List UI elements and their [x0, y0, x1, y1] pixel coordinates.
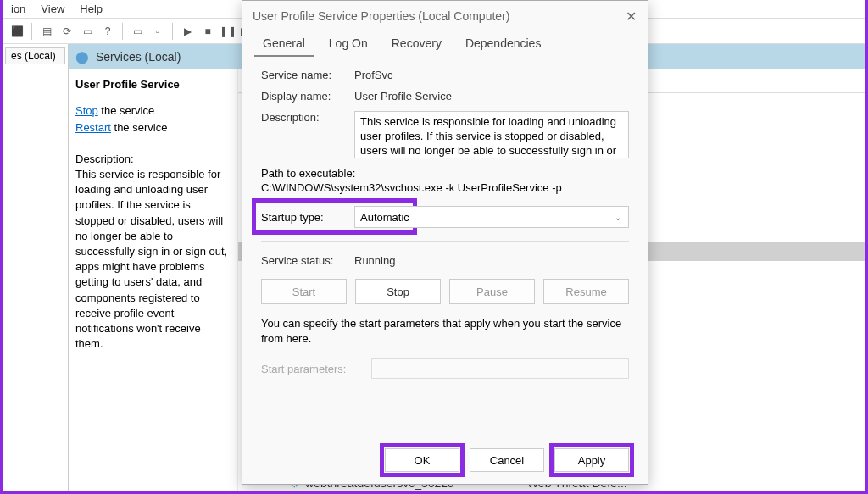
start-button: Start — [261, 279, 347, 304]
page-icon[interactable]: ▭ — [78, 22, 97, 41]
cancel-button[interactable]: Cancel — [470, 448, 544, 472]
tab-recovery[interactable]: Recovery — [383, 31, 450, 57]
left-panel: es (Local) — [3, 44, 69, 491]
menu-item-action[interactable]: ion — [11, 3, 25, 15]
menu-item-help[interactable]: Help — [80, 3, 103, 15]
dialog-tabs: General Log On Recovery Dependencies — [242, 31, 648, 57]
ok-button[interactable]: OK — [385, 448, 459, 472]
description-text: This service is responsible for loading … — [75, 167, 231, 352]
gear-icon: ⬤ — [75, 50, 89, 64]
status-value: Running — [354, 254, 629, 267]
tab-dependencies[interactable]: Dependencies — [457, 31, 550, 57]
service-name-value: ProfSvc — [354, 69, 629, 81]
start-params-input — [371, 358, 629, 379]
pause-icon[interactable]: ❚❚ — [219, 22, 237, 41]
chevron-down-icon: ⌄ — [615, 213, 621, 222]
selected-service-name: User Profile Service — [75, 78, 231, 91]
path-value: C:\WINDOWS\system32\svchost.exe -k UserP… — [261, 181, 629, 194]
win-icon[interactable]: ▫ — [148, 22, 167, 41]
back-icon[interactable]: ⬛ — [8, 22, 26, 41]
stop-icon[interactable]: ■ — [198, 22, 217, 41]
help-icon[interactable]: ? — [98, 22, 117, 41]
left-panel-tab[interactable]: es (Local) — [5, 47, 65, 64]
path-label: Path to executable: — [261, 167, 629, 180]
export-icon[interactable]: ▤ — [37, 22, 56, 41]
tab-logon[interactable]: Log On — [320, 31, 376, 57]
startup-type-select[interactable]: Automatic ⌄ — [354, 206, 629, 228]
service-detail-panel: User Profile Service Stop the service Re… — [69, 69, 238, 491]
dialog-title: User Profile Service Properties (Local C… — [242, 1, 648, 31]
stop-button[interactable]: Stop — [355, 279, 441, 304]
display-name-label: Display name: — [261, 90, 354, 103]
startup-label: Startup type: — [261, 211, 354, 224]
service-name-label: Service name: — [261, 69, 354, 81]
properties-dialog: User Profile Service Properties (Local C… — [242, 0, 648, 485]
stop-link[interactable]: Stop — [75, 104, 98, 117]
display-name-value: User Profile Service — [354, 90, 629, 103]
resume-button: Resume — [543, 279, 629, 304]
refresh-icon[interactable]: ⟳ — [58, 22, 76, 41]
description-label: Description: — [261, 111, 354, 124]
apply-button[interactable]: Apply — [554, 448, 629, 472]
tab-general[interactable]: General — [254, 31, 314, 57]
status-label: Service status: — [261, 254, 354, 267]
services-header-title: Services (Local) — [96, 50, 181, 64]
restart-link[interactable]: Restart — [75, 121, 111, 134]
description-label: Description: — [75, 153, 231, 165]
play-icon[interactable]: ▶ — [178, 22, 197, 41]
description-box[interactable]: This service is responsible for loading … — [354, 111, 629, 158]
start-params-label: Start parameters: — [261, 363, 371, 375]
monitor-icon[interactable]: ▭ — [128, 22, 147, 41]
pause-button: Pause — [449, 279, 535, 304]
help-text: You can specify the start parameters tha… — [261, 316, 629, 347]
menu-item-view[interactable]: View — [41, 3, 64, 15]
close-icon[interactable]: ✕ — [620, 6, 641, 26]
